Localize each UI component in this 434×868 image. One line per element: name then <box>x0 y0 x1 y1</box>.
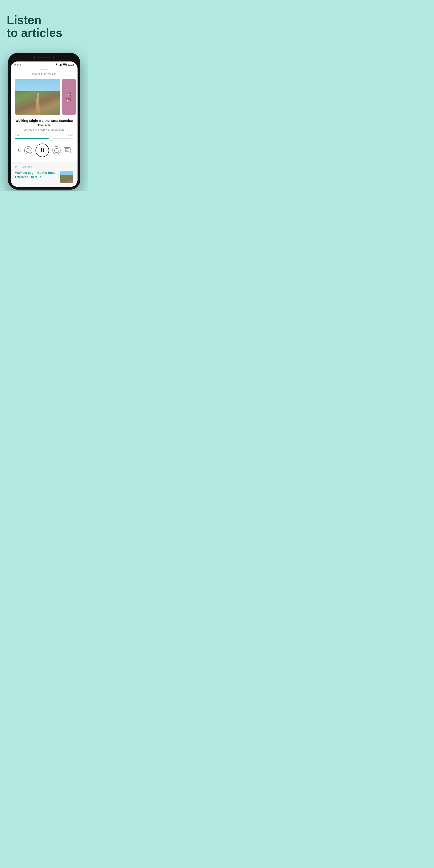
playlist-section: MY PLAYLIST Walking Might Be the Best Ex… <box>11 162 78 187</box>
status-bar: 10:15 <box>11 61 78 67</box>
playlist-item[interactable]: Walking Might Be the Best Exercise There… <box>15 170 73 183</box>
time-remaining: -8:00 <box>67 134 73 137</box>
playlist-thumbnail <box>60 170 73 183</box>
progress-fill <box>15 138 51 139</box>
track-title: Walking Might Be the Best Exercise There… <box>15 119 73 127</box>
drag-handle[interactable] <box>40 69 48 70</box>
svg-rect-3 <box>61 64 61 66</box>
pause-bar-left <box>41 148 42 152</box>
status-indicators <box>14 64 21 66</box>
indicator-dot-1 <box>14 64 16 66</box>
thumb-hills <box>60 175 73 183</box>
rewind-circle: 15 <box>24 146 32 154</box>
playlist-item-text: Walking Might Be the Best Exercise There… <box>15 170 58 179</box>
signal-icon <box>59 64 62 66</box>
battery-icon <box>63 64 67 66</box>
rewind-button[interactable]: 15 <box>24 146 32 154</box>
progress-bar[interactable] <box>15 138 73 139</box>
rewind-icon: 15 <box>25 147 31 153</box>
wifi-icon <box>55 64 58 66</box>
time-display: 10:15 <box>68 63 74 66</box>
hero-title: Listen to articles <box>7 13 81 39</box>
indicator-square <box>20 64 21 66</box>
pause-icon <box>41 148 43 152</box>
forward-circle: 15 <box>53 146 61 154</box>
artwork-container: 🚀 <box>11 79 78 115</box>
speaker-icon <box>37 57 51 58</box>
forward-icon: 15 <box>53 147 60 153</box>
track-source: outsideonline.com • Brad Stulberg <box>15 128 73 131</box>
track-info: Walking Might Be the Best Exercise There… <box>11 119 78 134</box>
svg-rect-0 <box>59 65 59 66</box>
artwork-main <box>15 79 60 115</box>
svg-rect-1 <box>60 65 60 66</box>
pause-bar-right <box>43 148 43 152</box>
progress-section: 7:00 -8:00 <box>11 134 78 139</box>
front-camera-icon <box>53 57 55 59</box>
artwork-next: 🚀 <box>62 79 76 115</box>
time-current: 7:00 <box>15 134 20 137</box>
play-pause-button[interactable] <box>35 144 49 157</box>
rocket-icon: 🚀 <box>63 91 75 103</box>
status-right: 10:15 <box>55 63 74 66</box>
playlist-item-title: Walking Might Be the Best Exercise There… <box>15 170 58 179</box>
svg-text:15: 15 <box>56 150 57 151</box>
player-sheet: Playing From My List 🚀 Walking Might Be … <box>11 69 78 162</box>
playlist-label: MY PLAYLIST <box>15 165 73 168</box>
archive-icon <box>65 148 69 153</box>
camera-icon <box>33 57 35 59</box>
playing-from-label: Playing From My List <box>11 72 78 75</box>
progress-thumb[interactable] <box>49 137 53 141</box>
archive-button[interactable] <box>64 147 70 153</box>
time-labels: 7:00 -8:00 <box>15 134 73 137</box>
phone-top-bar <box>11 56 78 60</box>
phone-wrapper: 10:15 Playing From My List 🚀 <box>0 49 88 190</box>
svg-text:15: 15 <box>27 150 29 151</box>
indicator-dot-2 <box>17 64 19 66</box>
phone-screen: 10:15 Playing From My List 🚀 <box>11 61 78 187</box>
phone-outer: 10:15 Playing From My List 🚀 <box>8 53 80 190</box>
hero-section: Listen to articles <box>0 0 88 49</box>
svg-rect-2 <box>60 64 61 66</box>
controls-row: 1x 15 <box>11 142 78 162</box>
forward-button[interactable]: 15 <box>53 146 61 154</box>
speed-button[interactable]: 1x <box>18 149 21 152</box>
